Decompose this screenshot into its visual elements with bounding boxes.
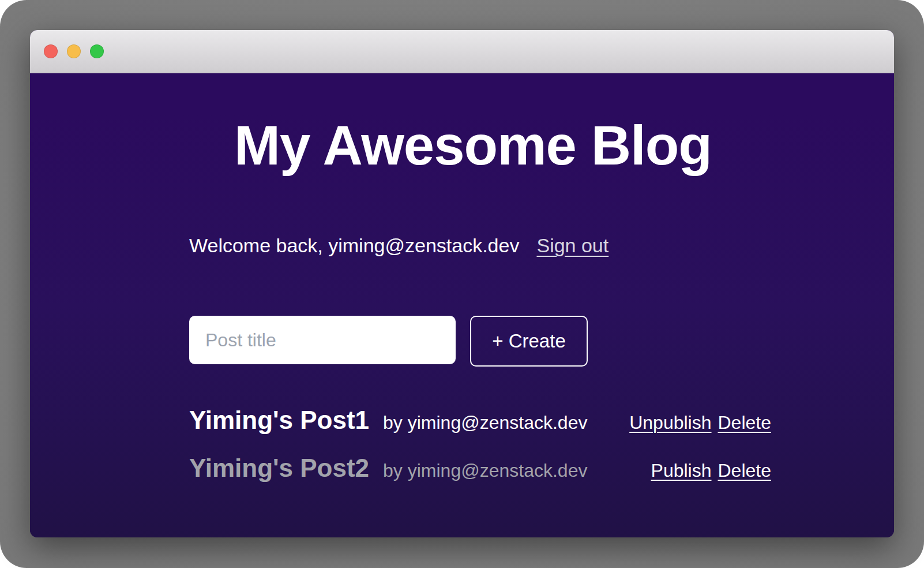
post-author-text: by yiming@zenstack.dev [383,412,587,434]
post-title-text: Yiming's Post2 [189,451,369,484]
post-title-text: Yiming's Post1 [189,403,369,436]
post-list: Yiming's Post1 by yiming@zenstack.dev Un… [189,403,771,484]
post-actions: Publish Delete [651,460,771,481]
delete-link[interactable]: Delete [718,412,772,434]
welcome-message: Welcome back, yiming@zenstack.dev [189,233,519,259]
screenshot-stage: My Awesome Blog Welcome back, yiming@zen… [0,0,924,568]
publish-link[interactable]: Publish [651,460,712,481]
create-post-row: + Create [189,316,771,367]
post-row-1: Yiming's Post1 by yiming@zenstack.dev Un… [189,403,771,436]
zoom-window-button[interactable] [90,44,104,58]
page-title: My Awesome Blog [41,114,894,177]
window-backdrop: My Awesome Blog Welcome back, yiming@zen… [0,0,924,568]
post-row-2: Yiming's Post2 by yiming@zenstack.dev Pu… [189,451,771,484]
sign-out-link[interactable]: Sign out [536,233,609,259]
page-content: My Awesome Blog Welcome back, yiming@zen… [30,114,894,537]
window-titlebar [30,30,894,73]
minimize-window-button[interactable] [67,44,81,58]
app-window: My Awesome Blog Welcome back, yiming@zen… [30,30,894,537]
post-info: Yiming's Post1 by yiming@zenstack.dev [189,403,587,436]
delete-link[interactable]: Delete [718,460,772,481]
post-title-input[interactable] [189,316,456,364]
unpublish-link[interactable]: Unpublish [629,412,711,434]
create-post-button[interactable]: + Create [470,316,588,367]
welcome-row: Welcome back, yiming@zenstack.dev Sign o… [189,233,771,259]
post-info: Yiming's Post2 by yiming@zenstack.dev [189,451,587,484]
close-window-button[interactable] [44,44,58,58]
post-author-text: by yiming@zenstack.dev [383,460,587,481]
post-actions: Unpublish Delete [629,412,771,434]
content-container: Welcome back, yiming@zenstack.dev Sign o… [189,233,771,484]
